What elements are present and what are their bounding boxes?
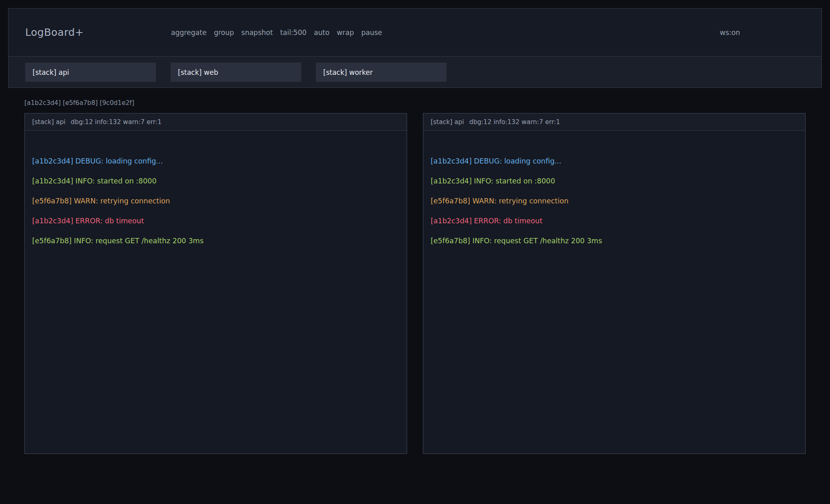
log-panel-left: [stack] api dbg:12 info:132 warn:7 err:1… xyxy=(24,113,407,454)
log-line: [e5f6a7b8] WARN: retrying connection xyxy=(32,191,399,211)
log-line: [a1b2c3d4] ERROR: db timeout xyxy=(32,211,399,231)
log-panels: [stack] api dbg:12 info:132 warn:7 err:1… xyxy=(24,113,806,454)
panel-title: [stack] api xyxy=(32,118,66,126)
log-line: [a1b2c3d4] ERROR: db timeout xyxy=(431,211,798,231)
log-line: [a1b2c3d4] INFO: started on :8000 xyxy=(32,171,399,191)
log-line: [e5f6a7b8] INFO: request GET /healthz 20… xyxy=(431,231,798,251)
panel-header: [stack] api dbg:12 info:132 warn:7 err:1 xyxy=(423,113,805,131)
panel-level-counts: dbg:12 info:132 warn:7 err:1 xyxy=(469,118,560,126)
log-line: [a1b2c3d4] DEBUG: loading config... xyxy=(431,151,798,171)
stack-tab-api[interactable]: [stack] api xyxy=(25,63,156,82)
log-panel-right: [stack] api dbg:12 info:132 warn:7 err:1… xyxy=(423,113,806,454)
toolbar-item-tail[interactable]: tail:500 xyxy=(280,28,307,37)
toolbar: aggregate group snapshot tail:500 auto w… xyxy=(171,28,382,37)
toolbar-item-aggregate[interactable]: aggregate xyxy=(171,28,206,37)
request-id-filters: [a1b2c3d4] [e5f6a7b8] [9c0d1e2f] xyxy=(24,99,830,107)
toolbar-item-group[interactable]: group xyxy=(214,28,234,37)
log-line: [a1b2c3d4] DEBUG: loading config... xyxy=(32,151,399,171)
app-header: LogBoard+ aggregate group snapshot tail:… xyxy=(8,8,822,88)
log-line: [a1b2c3d4] INFO: started on :8000 xyxy=(431,171,798,191)
toolbar-item-wrap[interactable]: wrap xyxy=(337,28,354,37)
log-line: [e5f6a7b8] WARN: retrying connection xyxy=(431,191,798,211)
toolbar-item-auto[interactable]: auto xyxy=(314,28,329,37)
toolbar-item-snapshot[interactable]: snapshot xyxy=(241,28,273,37)
panel-level-counts: dbg:12 info:132 warn:7 err:1 xyxy=(71,118,162,126)
panel-title: [stack] api xyxy=(431,118,464,126)
stack-tab-web[interactable]: [stack] web xyxy=(171,63,301,82)
stack-tab-worker[interactable]: [stack] worker xyxy=(316,63,447,82)
ws-status-indicator[interactable]: ws:on xyxy=(720,28,740,37)
log-line: [e5f6a7b8] INFO: request GET /healthz 20… xyxy=(32,231,399,251)
log-stream[interactable]: [a1b2c3d4] DEBUG: loading config... [a1b… xyxy=(25,131,407,454)
header-top-bar: LogBoard+ aggregate group snapshot tail:… xyxy=(9,9,821,57)
app-title: LogBoard+ xyxy=(25,26,171,38)
toolbar-item-pause[interactable]: pause xyxy=(361,28,382,37)
stack-tabs-row: [stack] api [stack] web [stack] worker xyxy=(9,57,821,87)
panel-header: [stack] api dbg:12 info:132 warn:7 err:1 xyxy=(25,113,407,131)
log-stream[interactable]: [a1b2c3d4] DEBUG: loading config... [a1b… xyxy=(423,131,805,454)
